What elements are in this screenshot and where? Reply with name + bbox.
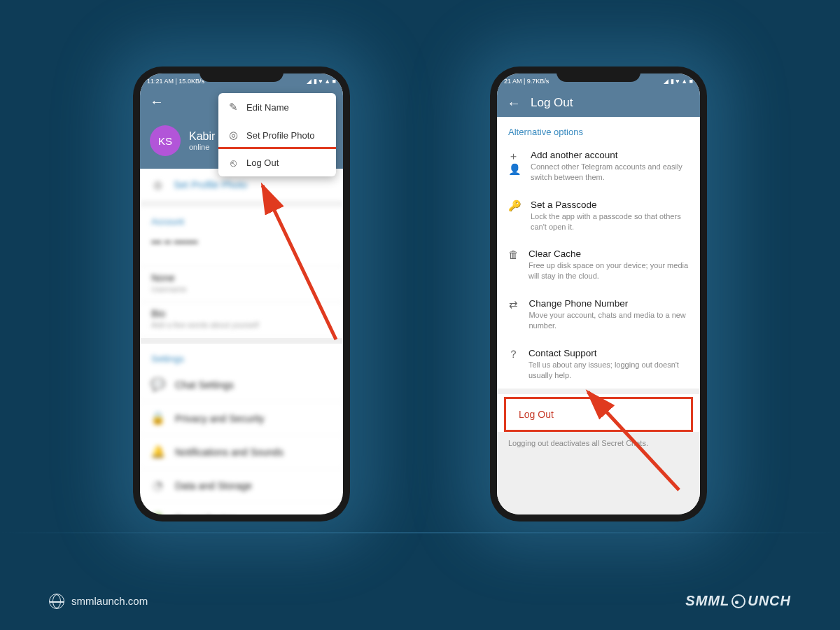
logout-button[interactable]: Log Out: [504, 397, 693, 432]
option-add-account-desc: Connect other Telegram accounts and easi…: [531, 162, 689, 183]
menu-edit-name-label: Edit Name: [246, 102, 289, 113]
option-contact-support[interactable]: ？ Contact SupportTell us about any issue…: [497, 340, 700, 389]
phone-number-field[interactable]: ••• •• •••••••: [140, 231, 343, 267]
empty-area: [497, 454, 700, 514]
row-notifications-label: Notifications and Sounds: [175, 447, 284, 458]
phone-number-value: ••• •• •••••••: [151, 237, 332, 248]
option-add-account-title: Add another account: [531, 150, 689, 160]
option-support-title: Contact Support: [528, 348, 689, 358]
pencil-icon: ✎: [227, 101, 239, 113]
phone-swap-icon: ⇄: [508, 298, 519, 331]
section-settings: Settings: [140, 344, 343, 368]
option-add-account[interactable]: ＋👤 Add another accountConnect other Tele…: [497, 141, 700, 191]
page-title: Log Out: [531, 96, 573, 110]
status-icons: ◢ ▮ ♥ ▲ ■: [664, 78, 693, 85]
row-chat-settings[interactable]: 💬Chat Settings: [140, 368, 343, 402]
row-privacy[interactable]: 🔒Privacy and Security: [140, 402, 343, 435]
back-icon[interactable]: ←: [507, 96, 521, 110]
storage-icon: ◔: [151, 478, 164, 493]
option-change-phone[interactable]: ⇄ Change Phone NumberMove your account, …: [497, 290, 700, 340]
phone-right: 21 AM | 9.7KB/s ◢ ▮ ♥ ▲ ■ ← Log Out Alte…: [490, 66, 707, 522]
section-account: Account: [140, 206, 343, 231]
footer: smmlaunch.com SMMLUNCH: [0, 593, 840, 609]
option-phone-title: Change Phone Number: [528, 298, 689, 309]
row-data-storage-label: Data and Storage: [175, 480, 252, 491]
bio-label: Add a few words about yourself: [151, 321, 332, 329]
logout-note: Logging out deactivates all Secret Chats…: [497, 432, 700, 454]
avatar-initials: KS: [158, 135, 172, 147]
globe-icon: [49, 594, 64, 609]
username-label: Username: [151, 285, 332, 293]
chat-icon: 💬: [151, 377, 164, 392]
option-cache-title: Clear Cache: [528, 248, 689, 259]
brand-logo: SMMLUNCH: [685, 593, 791, 609]
username-field[interactable]: None Username: [140, 267, 343, 302]
option-passcode-title: Set a Passcode: [531, 200, 689, 210]
row-notifications[interactable]: 🔔Notifications and Sounds: [140, 435, 343, 469]
menu-edit-name[interactable]: ✎ Edit Name: [218, 93, 336, 121]
status-time: 21 AM | 9.7KB/s: [504, 78, 549, 85]
camera-icon: ◎: [227, 129, 239, 141]
phone-number-label: [151, 249, 332, 258]
overflow-menu: ✎ Edit Name ◎ Set Profile Photo ⎋ Log Ou…: [218, 93, 336, 176]
bio-value: Bio: [151, 308, 332, 319]
lock-icon: 🔒: [151, 411, 164, 426]
screen-right: 21 AM | 9.7KB/s ◢ ▮ ♥ ▲ ■ ← Log Out Alte…: [497, 74, 700, 514]
brand-text-pre: SMML: [685, 593, 729, 609]
row-power-saving-label: Power Saving: [175, 514, 235, 515]
alternative-options-header: Alternative options: [497, 117, 700, 141]
logout-button-label: Log Out: [519, 409, 554, 420]
username-value: None: [151, 272, 332, 284]
phone-notch: [200, 66, 284, 82]
set-profile-photo-label: Set Profile Photo: [174, 179, 247, 190]
divider: [140, 338, 343, 344]
row-data-storage[interactable]: ◔Data and Storage: [140, 469, 343, 503]
option-support-desc: Tell us about any issues; logging out do…: [528, 360, 689, 381]
menu-log-out-label: Log Out: [246, 158, 279, 168]
row-power-saving[interactable]: 🔋Power Saving: [140, 503, 343, 514]
footer-url-text: smmlaunch.com: [71, 595, 148, 607]
logout-header: ← Log Out: [497, 89, 700, 117]
option-set-passcode[interactable]: 🔑 Set a PasscodeLock the app with a pass…: [497, 191, 700, 241]
key-icon: 🔑: [508, 200, 521, 232]
battery-icon: 🔋: [151, 512, 164, 514]
status-icons: ◢ ▮ ♥ ▲ ■: [307, 78, 336, 85]
divider: [497, 388, 700, 394]
status-time: 11:21 AM | 15.0KB/s: [147, 78, 204, 85]
bell-icon: 🔔: [151, 444, 164, 459]
add-user-icon: ＋👤: [508, 150, 521, 183]
brand-o-icon: [732, 594, 746, 608]
back-icon[interactable]: ←: [150, 94, 164, 108]
help-icon: ？: [508, 348, 519, 381]
menu-set-photo-label: Set Profile Photo: [246, 130, 315, 141]
row-privacy-label: Privacy and Security: [175, 413, 265, 424]
row-chat-settings-label: Chat Settings: [175, 379, 234, 391]
floor-reflection: [0, 532, 840, 533]
logout-icon: ⎋: [227, 157, 239, 169]
trash-icon: 🗑: [508, 248, 519, 281]
screen-left: 11:21 AM | 15.0KB/s ◢ ▮ ♥ ▲ ■ ← KS Kabir…: [140, 74, 343, 514]
option-phone-desc: Move your account, chats and media to a …: [528, 310, 689, 331]
menu-set-photo[interactable]: ◎ Set Profile Photo: [218, 121, 336, 149]
option-passcode-desc: Lock the app with a passcode so that oth…: [531, 211, 689, 232]
option-cache-desc: Free up disk space on your device; your …: [528, 260, 689, 281]
option-clear-cache[interactable]: 🗑 Clear CacheFree up disk space on your …: [497, 240, 700, 290]
menu-log-out[interactable]: ⎋ Log Out: [218, 147, 336, 176]
brand-text-post: UNCH: [748, 593, 791, 609]
camera-icon: ◎: [151, 178, 164, 191]
phone-notch: [556, 66, 640, 82]
bio-field[interactable]: Bio Add a few words about yourself: [140, 302, 343, 338]
avatar[interactable]: KS: [150, 125, 181, 156]
footer-url: smmlaunch.com: [49, 594, 148, 609]
phone-left: 11:21 AM | 15.0KB/s ◢ ▮ ♥ ▲ ■ ← KS Kabir…: [133, 66, 350, 522]
